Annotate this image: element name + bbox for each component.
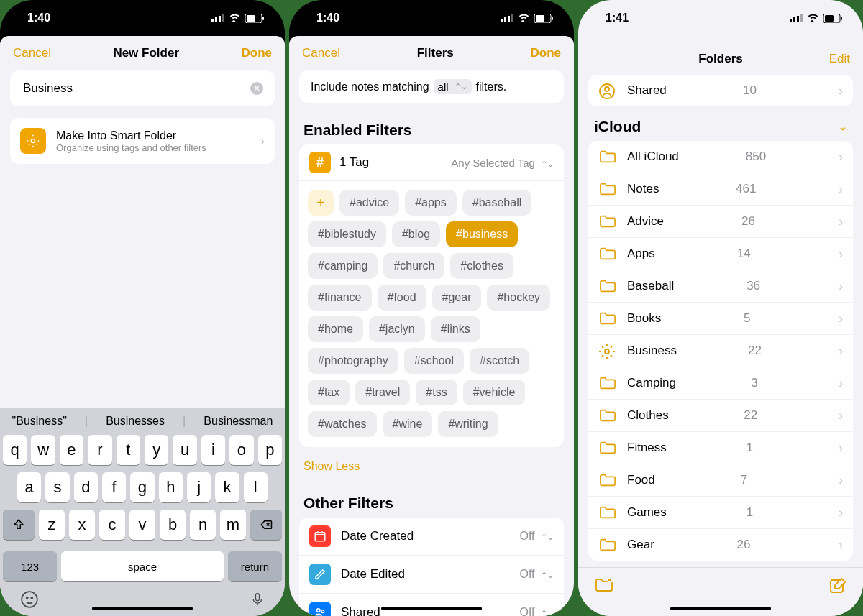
folder-row[interactable]: Baseball 36 ›	[588, 270, 853, 303]
folder-row[interactable]: Games 1 ›	[588, 497, 853, 529]
tag-chip[interactable]: #apps	[405, 190, 457, 216]
tag-chip[interactable]: #school	[404, 348, 464, 374]
match-mode-row[interactable]: Include notes matching all⌃⌄ filters.	[299, 70, 564, 103]
tag-chip[interactable]: #clothes	[450, 253, 513, 279]
folder-row[interactable]: Fitness 1 ›	[588, 432, 853, 464]
folder-row[interactable]: Advice 26 ›	[588, 206, 853, 238]
key-c[interactable]: c	[99, 510, 125, 540]
mic-icon[interactable]	[250, 590, 265, 609]
icloud-section[interactable]: iCloud	[594, 118, 641, 135]
key-u[interactable]: u	[173, 435, 196, 465]
key-x[interactable]: x	[69, 510, 95, 540]
filter-row[interactable]: Shared Off ⌃⌄	[299, 594, 564, 616]
filter-row[interactable]: Date Edited Off ⌃⌄	[299, 556, 564, 594]
filter-icon	[309, 525, 331, 547]
new-folder-icon[interactable]	[594, 576, 614, 594]
key-h[interactable]: h	[159, 472, 183, 502]
folder-count: 461	[736, 182, 756, 196]
compose-icon[interactable]	[828, 576, 847, 595]
tag-chip[interactable]: #travel	[355, 380, 410, 405]
filter-row[interactable]: Date Created Off ⌃⌄	[299, 518, 564, 556]
key-v[interactable]: v	[129, 510, 155, 540]
show-less-button[interactable]: Show Less	[289, 453, 574, 487]
edit-button[interactable]: Edit	[829, 52, 850, 66]
key-r[interactable]: r	[88, 435, 111, 465]
tag-chip[interactable]: #blog	[392, 221, 440, 247]
clear-text-icon[interactable]: ✕	[250, 82, 263, 95]
folder-row[interactable]: All iCloud 850 ›	[588, 141, 853, 173]
key-q[interactable]: q	[3, 435, 27, 465]
key-e[interactable]: e	[60, 435, 83, 465]
make-smart-folder-row[interactable]: Make Into Smart Folder Organize using ta…	[10, 118, 275, 164]
folder-name-input[interactable]	[22, 81, 250, 96]
tag-mode-selector[interactable]: Any Selected Tag ⌃⌄	[451, 157, 554, 169]
add-tag-button[interactable]: +	[308, 190, 334, 216]
folder-row[interactable]: Gear 26 ›	[588, 529, 853, 561]
tag-chip[interactable]: #scotch	[470, 348, 529, 374]
tag-chip[interactable]: #baseball	[462, 190, 532, 216]
tag-chip[interactable]: #links	[431, 316, 480, 342]
tag-chip[interactable]: #finance	[308, 285, 372, 311]
tag-chip[interactable]: #vehicle	[463, 380, 526, 405]
key-s[interactable]: s	[45, 472, 69, 502]
tag-chip[interactable]: #home	[308, 316, 363, 342]
key-b[interactable]: b	[160, 510, 186, 540]
chevron-down-icon[interactable]: ⌄	[839, 121, 847, 132]
folder-row[interactable]: Camping 3 ›	[588, 367, 853, 400]
tag-chip[interactable]: #gear	[432, 285, 482, 311]
key-i[interactable]: i	[201, 435, 225, 465]
tag-chip[interactable]: #wine	[383, 411, 433, 437]
keyboard-suggestion[interactable]: Businessman	[201, 415, 275, 428]
numbers-key[interactable]: 123	[3, 551, 57, 581]
key-o[interactable]: o	[229, 435, 253, 465]
cancel-button[interactable]: Cancel	[302, 46, 340, 60]
done-button[interactable]: Done	[241, 46, 272, 60]
key-a[interactable]: a	[17, 472, 41, 502]
key-y[interactable]: y	[145, 435, 168, 465]
tag-chip[interactable]: #biblestudy	[308, 221, 386, 247]
folder-row-shared[interactable]: Shared 10 ›	[588, 75, 853, 106]
tag-chip[interactable]: #tss	[416, 380, 457, 405]
key-t[interactable]: t	[117, 435, 140, 465]
key-l[interactable]: l	[244, 472, 268, 502]
key-p[interactable]: p	[258, 435, 282, 465]
shift-key[interactable]	[3, 510, 35, 540]
key-f[interactable]: f	[102, 472, 126, 502]
key-z[interactable]: z	[39, 510, 65, 540]
tag-chip[interactable]: #writing	[438, 411, 498, 437]
keyboard-suggestion[interactable]: Businesses	[103, 415, 168, 428]
key-g[interactable]: g	[130, 472, 154, 502]
key-m[interactable]: m	[220, 510, 246, 540]
tag-chip[interactable]: #tax	[308, 380, 350, 405]
emoji-icon[interactable]	[20, 590, 39, 609]
done-button[interactable]: Done	[530, 46, 561, 60]
folder-name: Notes	[627, 182, 659, 196]
folder-row[interactable]: Books 5 ›	[588, 303, 853, 335]
folder-row[interactable]: Business 22 ›	[588, 335, 853, 367]
folder-row[interactable]: Apps 14 ›	[588, 238, 853, 270]
return-key[interactable]: return	[228, 551, 282, 581]
tag-chip[interactable]: #church	[383, 253, 444, 279]
folder-row[interactable]: Notes 461 ›	[588, 173, 853, 206]
tag-chip[interactable]: #food	[378, 285, 426, 311]
folder-row[interactable]: Clothes 22 ›	[588, 400, 853, 432]
keyboard-suggestion[interactable]: "Business"	[9, 415, 70, 428]
folder-row[interactable]: Food 7 ›	[588, 464, 853, 497]
key-j[interactable]: j	[187, 472, 211, 502]
tag-chip[interactable]: #camping	[308, 253, 378, 279]
key-k[interactable]: k	[215, 472, 239, 502]
cancel-button[interactable]: Cancel	[13, 46, 51, 60]
page-title: Folders	[698, 52, 742, 66]
tag-chip[interactable]: #business	[446, 221, 518, 247]
tag-chip[interactable]: #hockey	[487, 285, 550, 311]
backspace-key[interactable]	[250, 510, 282, 540]
tag-chip[interactable]: #jaclyn	[369, 316, 425, 342]
match-mode[interactable]: all	[438, 81, 449, 93]
tag-chip[interactable]: #advice	[339, 190, 399, 216]
tag-chip[interactable]: #watches	[308, 411, 377, 437]
tag-chip[interactable]: #photography	[308, 348, 398, 374]
space-key[interactable]: space	[61, 551, 224, 581]
key-w[interactable]: w	[31, 435, 55, 465]
key-n[interactable]: n	[190, 510, 216, 540]
key-d[interactable]: d	[74, 472, 98, 502]
